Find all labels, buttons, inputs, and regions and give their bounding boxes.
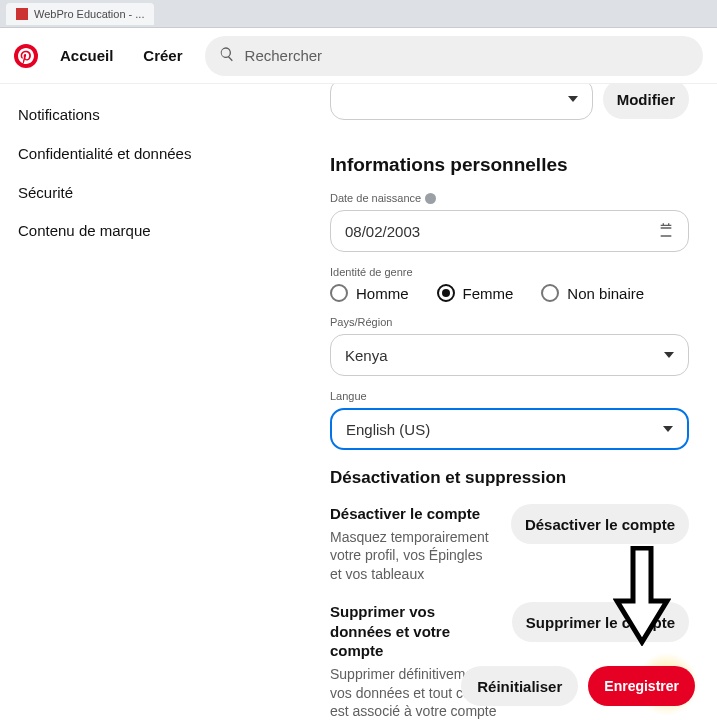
favicon-icon: [16, 8, 28, 20]
country-select[interactable]: Kenya: [330, 334, 689, 376]
personal-info-title: Informations personnelles: [330, 154, 689, 176]
radio-homme[interactable]: Homme: [330, 284, 409, 302]
dob-value: 08/02/2003: [345, 223, 420, 240]
sidebar-item-security[interactable]: Sécurité: [18, 174, 200, 213]
delete-heading: Supprimer vos données et votre compte: [330, 602, 498, 661]
country-value: Kenya: [345, 347, 388, 364]
gender-radios: Homme Femme Non binaire: [330, 284, 689, 302]
nav-home[interactable]: Accueil: [52, 37, 121, 74]
chevron-down-icon: [568, 96, 578, 102]
radio-icon: [541, 284, 559, 302]
pinterest-logo-icon[interactable]: [14, 44, 38, 68]
settings-sidebar: Notifications Confidentialité et données…: [0, 84, 200, 720]
radio-nonbinaire[interactable]: Non binaire: [541, 284, 644, 302]
top-select[interactable]: [330, 84, 593, 120]
gender-label: Identité de genre: [330, 266, 689, 278]
info-icon: [425, 193, 436, 204]
sidebar-item-branded-content[interactable]: Contenu de marque: [18, 212, 200, 251]
browser-tab[interactable]: WebPro Education - ...: [6, 3, 154, 25]
sidebar-item-privacy[interactable]: Confidentialité et données: [18, 135, 200, 174]
calendar-icon: [658, 222, 674, 241]
top-nav: Accueil Créer: [0, 28, 717, 84]
search-wrap: [205, 36, 703, 76]
radio-femme[interactable]: Femme: [437, 284, 514, 302]
deactivate-desc: Masquez temporairement votre profil, vos…: [330, 528, 497, 585]
sidebar-item-notifications[interactable]: Notifications: [18, 96, 200, 135]
dob-label: Date de naissance: [330, 192, 689, 204]
delete-button[interactable]: Supprimer le compte: [512, 602, 689, 642]
search-input[interactable]: [205, 36, 703, 76]
radio-icon: [330, 284, 348, 302]
deactivate-title: Désactivation et suppression: [330, 468, 689, 488]
modify-button[interactable]: Modifier: [603, 84, 689, 119]
deactivate-button[interactable]: Désactiver le compte: [511, 504, 689, 544]
chevron-down-icon: [664, 352, 674, 358]
browser-tabbar: WebPro Education - ...: [0, 0, 717, 28]
save-button[interactable]: Enregistrer: [588, 666, 695, 706]
country-label: Pays/Région: [330, 316, 689, 328]
language-label: Langue: [330, 390, 689, 402]
search-icon: [219, 46, 235, 66]
language-select[interactable]: English (US): [330, 408, 689, 450]
reset-button[interactable]: Réinitialiser: [461, 666, 578, 706]
dob-input[interactable]: 08/02/2003: [330, 210, 689, 252]
radio-icon: [437, 284, 455, 302]
bottom-bar: Réinitialiser Enregistrer: [461, 666, 695, 706]
tab-title: WebPro Education - ...: [34, 8, 144, 20]
language-value: English (US): [346, 421, 430, 438]
chevron-down-icon: [663, 426, 673, 432]
nav-create[interactable]: Créer: [135, 37, 190, 74]
deactivate-heading: Désactiver le compte: [330, 504, 497, 524]
main-panel: Modifier Informations personnelles Date …: [200, 84, 717, 720]
